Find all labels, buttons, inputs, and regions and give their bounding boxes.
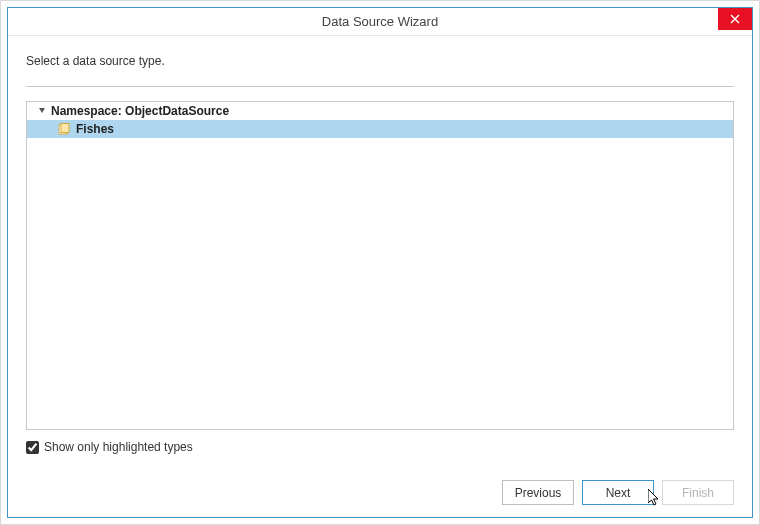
instruction-text: Select a data source type.: [26, 54, 734, 68]
close-icon: [730, 14, 740, 24]
class-icon: [57, 122, 71, 136]
window-title: Data Source Wizard: [8, 14, 752, 29]
chevron-down-icon[interactable]: [37, 106, 47, 116]
show-highlighted-checkbox[interactable]: Show only highlighted types: [26, 440, 734, 454]
content-area: Select a data source type. Namespace: Ob…: [8, 36, 752, 472]
button-row: Previous Next Finish: [8, 472, 752, 517]
tree-item-label: Fishes: [76, 122, 114, 136]
wizard-window: Data Source Wizard Select a data source …: [7, 7, 753, 518]
tree-group-label: Namespace: ObjectDataSource: [51, 104, 229, 118]
tree-item-fishes[interactable]: Fishes: [27, 120, 733, 138]
svg-rect-4: [61, 123, 69, 132]
finish-button: Finish: [662, 480, 734, 505]
titlebar: Data Source Wizard: [8, 8, 752, 36]
show-highlighted-label: Show only highlighted types: [44, 440, 193, 454]
next-button[interactable]: Next: [582, 480, 654, 505]
show-highlighted-input[interactable]: [26, 441, 39, 454]
tree-group-namespace[interactable]: Namespace: ObjectDataSource: [27, 102, 733, 120]
type-tree[interactable]: Namespace: ObjectDataSource Fishes: [26, 101, 734, 430]
svg-marker-2: [39, 108, 45, 113]
previous-button[interactable]: Previous: [502, 480, 574, 505]
close-button[interactable]: [718, 8, 752, 30]
divider: [26, 86, 734, 87]
